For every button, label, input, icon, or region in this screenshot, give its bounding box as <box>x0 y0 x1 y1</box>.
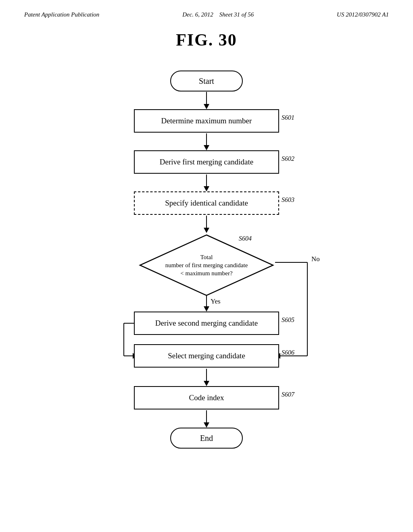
svg-marker-18 <box>204 422 209 428</box>
flowchart: Yes No Start Determine maximum number S6… <box>65 62 348 485</box>
header-patent-number: US 2012/0307902 A1 <box>337 11 389 18</box>
page-header: Patent Application Publication Dec. 6, 2… <box>0 0 413 22</box>
s603-node: Specify identical candidate <box>134 191 279 215</box>
header-date: Dec. 6, 2012 Sheet 31 of 56 <box>182 11 254 18</box>
start-node: Start <box>170 71 243 91</box>
s602-node: Derive first merging candidate <box>134 150 279 174</box>
s602-label: S602 <box>282 155 294 162</box>
svg-marker-7 <box>204 228 209 233</box>
svg-marker-9 <box>204 306 209 312</box>
svg-text:Yes: Yes <box>211 297 221 305</box>
header-publication: Patent Application Publication <box>24 11 99 18</box>
s601-label: S601 <box>282 114 294 121</box>
s603-label: S603 <box>282 196 294 204</box>
s604-node: Totalnumber of first merging candidate< … <box>138 233 275 297</box>
svg-marker-5 <box>204 186 209 191</box>
s606-node: Select merging candidate <box>134 344 279 368</box>
svg-text:No: No <box>311 255 320 263</box>
s605-label: S605 <box>282 316 294 324</box>
figure-title: FIG. 30 <box>0 30 413 50</box>
s604-label: S604 <box>239 235 252 242</box>
svg-marker-3 <box>204 145 209 150</box>
s607-label: S607 <box>282 391 294 398</box>
s606-label: S606 <box>282 349 294 356</box>
svg-marker-16 <box>204 381 209 386</box>
s605-node: Derive second merging candidate <box>134 312 279 335</box>
svg-marker-1 <box>204 104 209 109</box>
end-node: End <box>170 428 243 449</box>
s601-node: Determine maximum number <box>134 109 279 133</box>
s607-node: Code index <box>134 386 279 409</box>
